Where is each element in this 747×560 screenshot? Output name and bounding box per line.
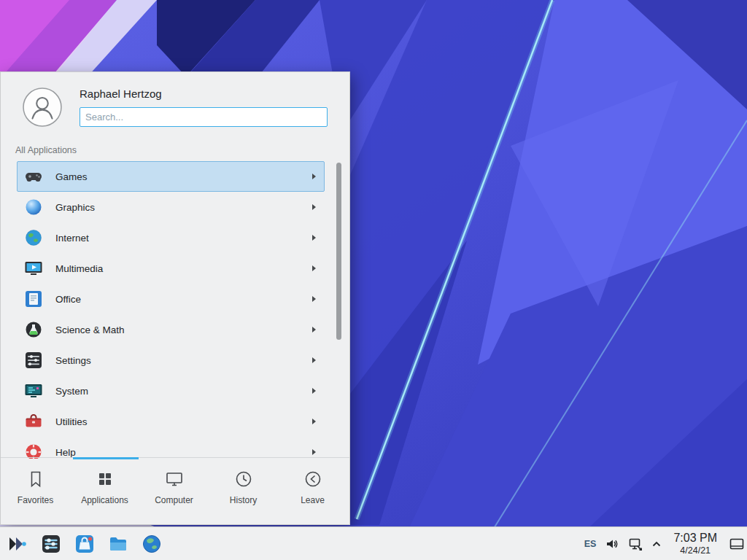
submenu-arrow-icon [312, 327, 316, 332]
globe-icon [24, 228, 43, 247]
category-internet[interactable]: Internet [17, 222, 325, 253]
category-utilities[interactable]: Utilities [17, 406, 325, 437]
digital-clock[interactable]: 7:03 PM 4/24/21 [670, 532, 720, 556]
category-label: Multimedia [55, 263, 103, 274]
multimedia-monitor-icon [24, 259, 43, 278]
category-settings[interactable]: Settings [17, 345, 325, 376]
tab-leave[interactable]: Leave [278, 458, 347, 524]
submenu-arrow-icon [312, 419, 316, 424]
category-games[interactable]: Games [17, 161, 325, 192]
computer-monitor-icon [165, 470, 184, 489]
tab-label: Computer [155, 495, 193, 505]
system-settings-icon [41, 534, 61, 554]
category-label: Science & Math [55, 324, 125, 335]
section-label: All Applications [15, 145, 77, 155]
submenu-arrow-icon [312, 388, 316, 394]
clock-date: 4/24/21 [673, 545, 717, 556]
clock-time: 7:03 PM [673, 532, 717, 545]
category-label: Settings [55, 355, 91, 366]
apps-grid-icon [96, 470, 115, 489]
application-category-list: Games Graphics [1, 161, 336, 459]
system-settings-taskbar-button[interactable] [41, 534, 61, 554]
web-browser-taskbar-button[interactable] [142, 534, 162, 554]
tab-history[interactable]: History [209, 458, 278, 524]
history-clock-icon [234, 470, 253, 489]
category-label: Graphics [55, 202, 95, 213]
desktop: Raphael Hertzog All Applications Games [0, 0, 747, 560]
system-tray: ES 7:03 [584, 527, 744, 560]
show-desktop-button[interactable] [729, 538, 744, 550]
category-label: Help [55, 447, 76, 458]
category-label: Office [55, 294, 81, 305]
active-tab-indicator [73, 457, 139, 459]
discover-taskbar-button[interactable] [74, 534, 95, 554]
tab-computer[interactable]: Computer [139, 458, 209, 524]
taskbar-panel: ES 7:03 [0, 526, 747, 560]
submenu-arrow-icon [312, 204, 316, 210]
launcher-tab-bar: Favorites Applications Computer [1, 457, 349, 524]
volume-tray-button[interactable] [605, 537, 619, 551]
tab-label: History [230, 495, 257, 505]
kde-launcher-icon [6, 533, 28, 555]
help-lifering-icon [24, 443, 43, 459]
settings-sliders-icon [24, 351, 43, 370]
list-scrollbar-thumb[interactable] [336, 163, 341, 340]
system-monitor-icon [24, 381, 43, 400]
bookmark-icon [26, 470, 45, 489]
leave-icon [303, 470, 322, 489]
user-avatar[interactable] [23, 88, 62, 127]
category-help[interactable]: Help [17, 437, 325, 459]
application-launcher-button[interactable] [6, 533, 28, 555]
file-manager-icon [108, 534, 128, 554]
application-launcher-menu: Raphael Hertzog All Applications Games [0, 71, 350, 525]
submenu-arrow-icon [312, 296, 316, 302]
category-system[interactable]: System [17, 376, 325, 406]
graphics-orb-icon [24, 198, 43, 217]
user-name: Raphael Hertzog [80, 88, 162, 100]
submenu-arrow-icon [312, 235, 316, 241]
category-label: Internet [55, 233, 89, 244]
keyboard-layout-indicator[interactable]: ES [584, 539, 597, 549]
submenu-arrow-icon [312, 449, 316, 455]
category-science-math[interactable]: Science & Math [17, 314, 325, 345]
volume-icon [605, 537, 619, 551]
submenu-arrow-icon [312, 265, 316, 271]
tab-label: Leave [301, 495, 325, 505]
file-manager-taskbar-button[interactable] [108, 534, 128, 554]
office-document-icon [24, 289, 43, 308]
utilities-toolbox-icon [24, 412, 43, 431]
tray-expander-button[interactable] [652, 541, 661, 547]
category-office[interactable]: Office [17, 284, 325, 314]
discover-icon [74, 534, 95, 554]
tab-label: Favorites [18, 495, 53, 505]
web-browser-icon [142, 534, 162, 554]
user-avatar-icon [23, 88, 62, 127]
category-label: System [55, 386, 88, 397]
tab-applications[interactable]: Applications [70, 458, 139, 524]
expand-caret-icon [652, 541, 661, 547]
tab-label: Applications [81, 495, 128, 505]
list-scrollbar [336, 163, 341, 457]
submenu-arrow-icon [312, 174, 316, 179]
category-multimedia[interactable]: Multimedia [17, 253, 325, 284]
show-desktop-icon [729, 538, 744, 550]
category-label: Games [55, 171, 88, 182]
category-label: Utilities [55, 416, 88, 427]
taskbar-left [6, 527, 162, 560]
search-input[interactable] [80, 107, 328, 127]
tab-favorites[interactable]: Favorites [1, 458, 70, 524]
science-flask-icon [24, 320, 43, 339]
network-tray-button[interactable] [628, 537, 643, 551]
network-icon [628, 537, 643, 551]
category-graphics[interactable]: Graphics [17, 192, 325, 222]
gamepad-icon [24, 167, 43, 186]
submenu-arrow-icon [312, 357, 316, 363]
